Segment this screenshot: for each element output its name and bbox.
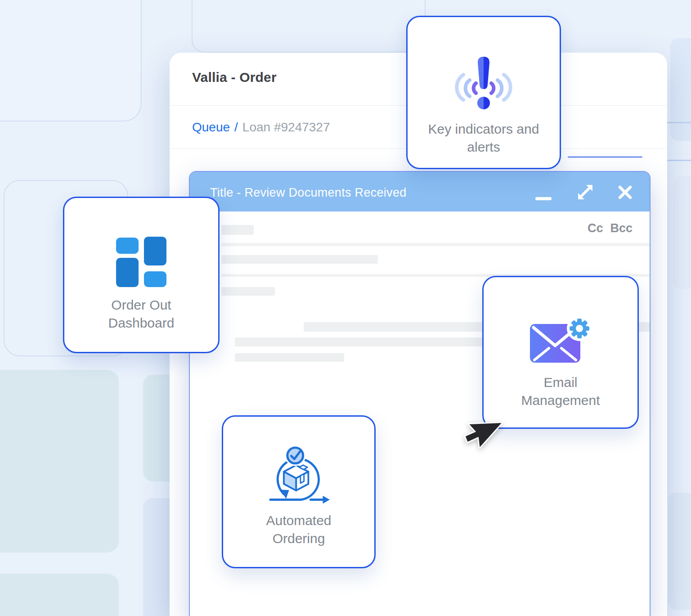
key-indicators-label: Key indicators and alerts <box>423 120 544 156</box>
bg-shape-block-right3 <box>668 493 691 610</box>
automated-ordering-card[interactable]: Automated Ordering <box>222 415 376 568</box>
bg-shape-block-right1 <box>670 38 691 141</box>
modal-titlebar[interactable]: Title - Review Documents Received <box>190 172 650 211</box>
email-management-label: Email Management <box>507 373 615 409</box>
bg-shape-block-left2 <box>0 574 119 616</box>
order-out-dashboard-label: Order Out Dashboard <box>90 296 193 332</box>
breadcrumb: Queue / Loan #9247327 <box>192 120 330 135</box>
bg-shape-block-left1 <box>0 370 119 553</box>
breadcrumb-loan-current: Loan #9247327 <box>242 120 330 135</box>
automated-ordering-label: Automated Ordering <box>247 512 350 548</box>
bg-line-right2 <box>667 160 691 161</box>
order-out-dashboard-card[interactable]: Order Out Dashboard <box>63 197 220 353</box>
breadcrumb-queue-link[interactable]: Queue <box>192 120 230 135</box>
cursor-pointer <box>460 407 505 456</box>
page-canvas: Vallia - Order Queue / Loan #9247327 Tit… <box>0 0 691 616</box>
recipient-field-placeholder[interactable] <box>221 225 254 235</box>
bg-shape-outline-topleft <box>0 0 142 121</box>
body-line-placeholder-2 <box>235 337 483 346</box>
close-icon[interactable] <box>618 185 632 199</box>
key-indicators-card[interactable]: Key indicators and alerts <box>406 16 561 169</box>
bg-shape-block-right2 <box>673 176 691 289</box>
email-gear-icon <box>529 315 592 364</box>
app-window-title: Vallia - Order <box>192 70 277 85</box>
minimize-icon[interactable] <box>535 197 552 200</box>
resize-icon[interactable] <box>577 184 594 201</box>
package-cycle-icon <box>266 445 332 508</box>
breadcrumb-separator: / <box>234 120 238 135</box>
subject-placeholder[interactable] <box>221 255 378 264</box>
bcc-button[interactable]: Bcc <box>610 221 633 235</box>
tab-accent-line <box>568 156 642 158</box>
bg-line-right1 <box>667 122 691 123</box>
modal-title: Title - Review Documents Received <box>210 186 407 200</box>
dashboard-grid-icon <box>116 237 166 287</box>
body-line-placeholder-3 <box>235 353 344 362</box>
cc-button[interactable]: Cc <box>588 221 603 235</box>
alert-waves-icon <box>450 57 517 113</box>
email-management-card[interactable]: Email Management <box>482 276 639 429</box>
field-divider-placeholder <box>221 243 650 246</box>
attachment-placeholder <box>221 287 275 296</box>
bg-shape-outline-topcenter <box>192 0 426 53</box>
cc-bcc-toggles: Cc Bcc <box>588 221 633 235</box>
